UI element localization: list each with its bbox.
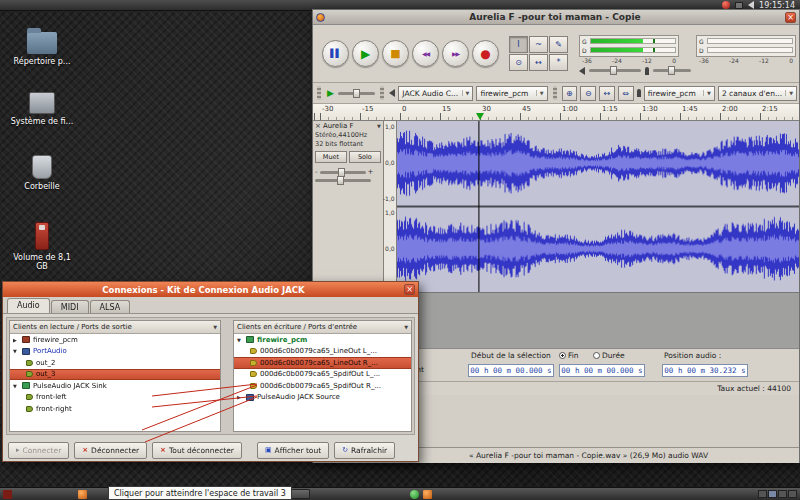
tree-row[interactable]: PortAudio <box>10 346 220 358</box>
tab-alsa[interactable]: ALSA <box>90 300 131 313</box>
desktop-icon-usb-volume[interactable]: Volume de 8,1 GB <box>8 222 76 271</box>
close-button[interactable]: × <box>404 284 415 295</box>
pause-button[interactable]: ▌▌ <box>322 40 349 67</box>
tree-row[interactable]: firewire_pcm <box>10 334 220 346</box>
toolbar-grip[interactable] <box>380 86 384 100</box>
zoom-out-button[interactable]: ⊖ <box>580 86 596 101</box>
refresh-button[interactable]: ↻Rafraîchir <box>334 442 395 459</box>
workspace-icon[interactable] <box>735 2 743 9</box>
workspace-4[interactable] <box>788 490 797 498</box>
tree-row-selected[interactable]: out_3 <box>10 369 220 381</box>
show-all-button[interactable]: ▣Afficher tout <box>257 442 329 459</box>
selection-start-field[interactable]: 00 h 00 m 00.000 s <box>468 364 554 377</box>
expander-icon[interactable] <box>13 337 19 343</box>
slider-handle[interactable] <box>668 66 675 75</box>
tab-audio[interactable]: Audio <box>7 298 50 313</box>
record-button[interactable]: ● <box>472 40 499 67</box>
connect-label: Connecter <box>23 446 62 455</box>
desktop-icon-trash[interactable]: Corbeille <box>8 155 76 191</box>
audacity-titlebar[interactable]: Aurelia F -pour toi maman - Copie × <box>313 10 799 25</box>
taskbar-app-icon[interactable] <box>423 490 432 499</box>
selection-end-field[interactable]: 00 h 00 m 00.000 s <box>559 364 645 377</box>
toolbar-grip[interactable] <box>553 86 557 100</box>
tree-row[interactable]: 000d6c0b0079ca65_LineOut L_... <box>234 346 411 358</box>
tree-row[interactable]: PulseAudio JACK Sink <box>10 380 220 392</box>
input-ports-header[interactable]: Clients en écriture / Ports d'entrée ▼ <box>234 321 411 334</box>
close-button[interactable]: × <box>785 12 796 23</box>
expander-icon[interactable] <box>13 383 19 389</box>
zoom-in-button[interactable]: ⊕ <box>562 86 578 101</box>
tree-row-selected[interactable]: 000d6c0b0079ca65_LineOut R_... <box>234 357 411 369</box>
mute-button[interactable]: Muet <box>315 151 347 163</box>
waveform-canvas[interactable] <box>397 121 799 292</box>
workspace-2[interactable] <box>768 490 777 498</box>
expander-icon[interactable] <box>13 348 19 354</box>
radio-icon[interactable] <box>559 352 566 359</box>
workspace-3[interactable] <box>778 490 787 498</box>
ruler-tick-label: 2:00 <box>722 105 738 113</box>
tree-row[interactable]: PulseAudio JACK Source <box>234 392 411 404</box>
zoom-tool-button[interactable]: ⊙ <box>509 54 528 71</box>
track-control-panel[interactable]: × Aurelia F ▼ Stéréo,44100Hz 32 bits flo… <box>313 121 384 292</box>
input-channels-select[interactable]: 2 canaux d'en... <box>718 86 797 101</box>
timeshift-tool-button[interactable]: ↔ <box>529 54 548 71</box>
taskbar-status-icon[interactable] <box>410 490 419 499</box>
audio-host-select[interactable]: JACK Audio C... <box>398 86 473 101</box>
skip-end-button[interactable]: ▶▶ <box>442 40 469 67</box>
tree-row[interactable]: 000d6c0b0079ca65_SpdifOut L_... <box>234 369 411 381</box>
playhead-cursor-icon[interactable] <box>476 113 484 120</box>
disconnect-button[interactable]: ×Déconnecter <box>74 442 147 459</box>
gain-slider[interactable] <box>320 171 366 174</box>
draw-tool-button[interactable]: ✎ <box>549 36 568 53</box>
solo-button[interactable]: Solo <box>349 151 381 163</box>
duration-radio[interactable]: Durée <box>593 351 625 360</box>
slider-handle[interactable] <box>610 66 617 75</box>
playback-speed-slider[interactable] <box>338 92 376 95</box>
tree-row[interactable]: front-right <box>10 403 220 415</box>
end-radio[interactable]: Fin <box>559 351 579 360</box>
output-ports-header[interactable]: Clients en lecture / Ports de sortie ▼ <box>10 321 220 334</box>
tree-row[interactable]: firewire_pcm <box>234 334 411 346</box>
selection-tool-button[interactable]: I <box>509 36 528 53</box>
slider-handle[interactable] <box>337 176 344 185</box>
volume-icon[interactable] <box>748 1 754 9</box>
tab-midi[interactable]: MIDI <box>51 300 89 313</box>
radio-icon[interactable] <box>593 352 600 359</box>
multi-tool-button[interactable]: * <box>549 54 568 71</box>
fit-project-button[interactable]: ⇔ <box>618 86 634 101</box>
tree-row[interactable]: out_2 <box>10 357 220 369</box>
connect-button[interactable]: ▸Connecter <box>8 442 69 459</box>
expander-icon[interactable] <box>237 394 243 400</box>
track-close-button[interactable]: × <box>315 122 321 130</box>
fit-selection-button[interactable]: ↔ <box>599 86 615 101</box>
desktop-icon-home[interactable]: Répertoire p... <box>8 32 76 66</box>
notification-icon[interactable] <box>722 1 730 9</box>
track-menu-arrow-icon[interactable]: ▼ <box>377 123 381 129</box>
output-volume-slider[interactable] <box>589 69 641 72</box>
track-name[interactable]: Aurelia F <box>323 122 375 130</box>
jack-titlebar[interactable]: Connexions - Kit de Connexion Audio JACK… <box>3 282 418 297</box>
taskbar-audacity-icon[interactable] <box>78 490 87 499</box>
tree-row[interactable]: front-left <box>10 392 220 404</box>
skip-start-button[interactable]: ◀◀ <box>412 40 439 67</box>
tree-row[interactable]: 000d6c0b0079ca65_SpdifOut R_... <box>234 380 411 392</box>
audio-position-field[interactable]: 00 h 00 m 30.232 s <box>662 364 748 377</box>
play-button[interactable]: ▶ <box>352 40 379 67</box>
stop-button[interactable]: ■ <box>382 40 409 67</box>
expander-icon[interactable] <box>237 337 243 343</box>
sort-arrow-icon[interactable]: ▼ <box>404 324 408 330</box>
play-at-speed-button[interactable]: ▶ <box>326 88 335 98</box>
sort-arrow-icon[interactable]: ▼ <box>213 324 217 330</box>
desktop-icon-filesystem[interactable]: Système de fi... <box>8 92 76 126</box>
timeline-ruler[interactable]: -30 -15 0 15 30 45 1:00 1:15 1:30 1:45 2… <box>313 104 799 121</box>
disconnect-all-button[interactable]: ×Tout déconnecter <box>152 442 242 459</box>
output-device-select[interactable]: firewire_pcm <box>476 86 547 101</box>
toolbar-grip[interactable] <box>317 86 321 100</box>
workspace-1[interactable] <box>758 490 767 498</box>
taskbar-launcher-icon[interactable] <box>3 490 12 499</box>
envelope-tool-button[interactable]: ~ <box>529 36 548 53</box>
pan-slider[interactable] <box>315 179 371 182</box>
slider-handle[interactable] <box>353 89 360 98</box>
input-device-select[interactable]: firewire_pcm <box>644 86 715 101</box>
input-volume-slider[interactable] <box>653 69 691 72</box>
